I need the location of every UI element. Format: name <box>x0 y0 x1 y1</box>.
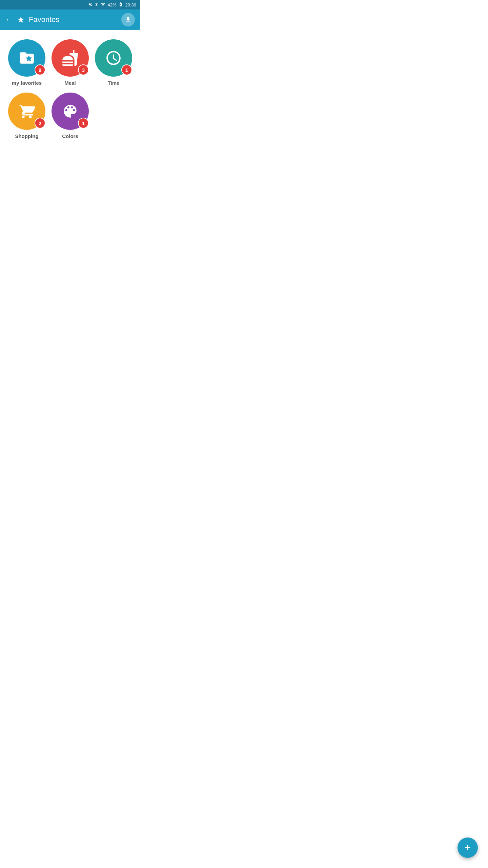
circle-wrapper-shopping: 2 <box>8 93 45 130</box>
status-icons: 42% 20:39 <box>88 2 136 8</box>
grid-item-colors[interactable]: 1 Colors <box>50 93 90 139</box>
mute-icon <box>88 2 93 8</box>
bluetooth-icon <box>95 2 99 8</box>
signal-icon <box>100 2 106 8</box>
battery-percent: 42% <box>107 2 116 7</box>
title-star-icon: ★ <box>17 15 25 25</box>
label-my-favorites: my favorites <box>12 80 42 86</box>
status-bar: 42% 20:39 <box>0 0 140 9</box>
folder-star-icon <box>18 50 35 66</box>
circle-wrapper-my-favorites: 9 <box>8 39 45 77</box>
badge-time: 1 <box>121 64 132 75</box>
circle-wrapper-meal: 3 <box>52 39 89 77</box>
grid-item-meal[interactable]: 3 Meal <box>50 39 90 86</box>
circle-wrapper-colors: 1 <box>52 93 89 130</box>
battery-icon <box>118 2 123 8</box>
palette-icon <box>62 103 79 120</box>
fork-spoon-icon <box>62 50 79 66</box>
label-shopping: Shopping <box>15 133 38 139</box>
download-icon <box>124 16 132 23</box>
favorites-grid: 9 my favorites 3 Meal <box>7 39 134 139</box>
label-time: Time <box>108 80 120 86</box>
app-bar-title-group: ← ★ Favorites <box>5 15 59 25</box>
badge-my-favorites: 9 <box>35 64 45 75</box>
clock-icon <box>105 50 122 66</box>
label-meal: Meal <box>64 80 76 86</box>
app-bar: ← ★ Favorites <box>0 9 140 30</box>
status-time: 20:39 <box>125 2 136 7</box>
grid-item-my-favorites[interactable]: 9 my favorites <box>7 39 47 86</box>
download-button[interactable] <box>121 13 135 26</box>
cart-icon <box>18 103 35 120</box>
badge-colors: 1 <box>78 118 89 129</box>
back-button[interactable]: ← <box>5 15 13 24</box>
badge-shopping: 2 <box>35 118 45 129</box>
circle-wrapper-time: 1 <box>95 39 132 77</box>
badge-meal: 3 <box>78 64 89 75</box>
page-title: Favorites <box>29 15 59 24</box>
main-content: 9 my favorites 3 Meal <box>0 30 140 149</box>
label-colors: Colors <box>62 133 78 139</box>
grid-item-time[interactable]: 1 Time <box>94 39 134 86</box>
grid-item-shopping[interactable]: 2 Shopping <box>7 93 47 139</box>
